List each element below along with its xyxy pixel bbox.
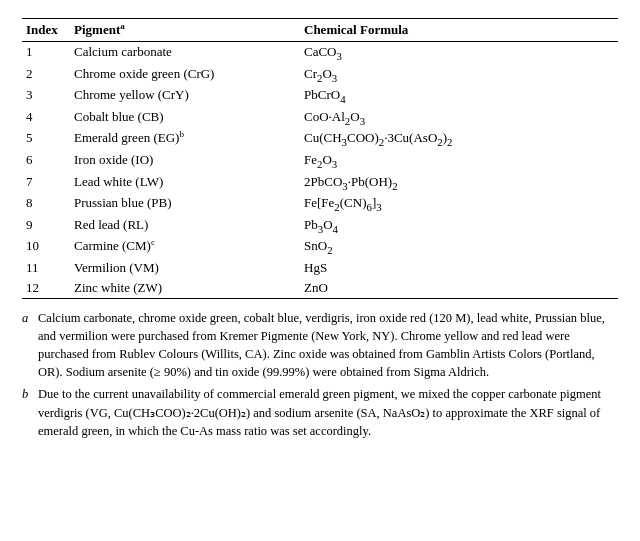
cell-formula: Pb3O4 [300,215,618,237]
footnote-a-label: a [22,309,34,327]
col-header-formula: Chemical Formula [300,19,618,42]
cell-formula: Fe2O3 [300,150,618,172]
cell-formula: ZnO [300,278,618,299]
cell-formula: Fe[Fe2(CN)6]3 [300,193,618,215]
cell-pigment: Cobalt blue (CB) [70,107,300,129]
cell-pigment: Chrome yellow (CrY) [70,85,300,107]
table-row: 4Cobalt blue (CB)CoO·Al2O3 [22,107,618,129]
footnote-b-text: Due to the current unavailability of com… [38,385,618,439]
cell-formula: Cu(CH3COO)2·3Cu(AsO2)2 [300,128,618,150]
cell-index: 2 [22,64,70,86]
footnote-b-label: b [22,385,34,403]
cell-pigment: Chrome oxide green (CrG) [70,64,300,86]
table-row: 10Carmine (CM)cSnO2 [22,236,618,258]
table-row: 12Zinc white (ZW)ZnO [22,278,618,299]
cell-formula: SnO2 [300,236,618,258]
table-row: 5Emerald green (EG)bCu(CH3COO)2·3Cu(AsO2… [22,128,618,150]
cell-index: 8 [22,193,70,215]
footnote-b: b Due to the current unavailability of c… [22,385,618,439]
cell-pigment: Prussian blue (PB) [70,193,300,215]
cell-index: 12 [22,278,70,299]
cell-formula: CaCO3 [300,42,618,64]
cell-formula: 2PbCO3·Pb(OH)2 [300,172,618,194]
table-row: 1Calcium carbonateCaCO3 [22,42,618,64]
cell-pigment: Red lead (RL) [70,215,300,237]
table-row: 11Vermilion (VM)HgS [22,258,618,278]
cell-pigment: Lead white (LW) [70,172,300,194]
cell-pigment: Emerald green (EG)b [70,128,300,150]
cell-pigment: Calcium carbonate [70,42,300,64]
cell-index: 5 [22,128,70,150]
cell-pigment: Vermilion (VM) [70,258,300,278]
cell-index: 10 [22,236,70,258]
table-row: 3Chrome yellow (CrY)PbCrO4 [22,85,618,107]
cell-index: 3 [22,85,70,107]
cell-index: 7 [22,172,70,194]
table-row: 6Iron oxide (IO)Fe2O3 [22,150,618,172]
footnote-a: a Calcium carbonate, chrome oxide green,… [22,309,618,382]
cell-index: 4 [22,107,70,129]
cell-index: 11 [22,258,70,278]
cell-formula: Cr2O3 [300,64,618,86]
table-row: 2Chrome oxide green (CrG)Cr2O3 [22,64,618,86]
table-row: 9Red lead (RL)Pb3O4 [22,215,618,237]
cell-pigment: Iron oxide (IO) [70,150,300,172]
cell-index: 1 [22,42,70,64]
table-row: 7Lead white (LW)2PbCO3·Pb(OH)2 [22,172,618,194]
pigment-table: Index Pigmenta Chemical Formula 1Calcium… [22,18,618,299]
cell-formula: CoO·Al2O3 [300,107,618,129]
cell-index: 9 [22,215,70,237]
col-header-pigment: Pigmenta [70,19,300,42]
table-row: 8Prussian blue (PB)Fe[Fe2(CN)6]3 [22,193,618,215]
cell-pigment: Zinc white (ZW) [70,278,300,299]
cell-index: 6 [22,150,70,172]
cell-formula: PbCrO4 [300,85,618,107]
footnote-a-text: Calcium carbonate, chrome oxide green, c… [38,309,618,382]
cell-pigment: Carmine (CM)c [70,236,300,258]
cell-formula: HgS [300,258,618,278]
footnotes-section: a Calcium carbonate, chrome oxide green,… [22,309,618,440]
col-header-index: Index [22,19,70,42]
